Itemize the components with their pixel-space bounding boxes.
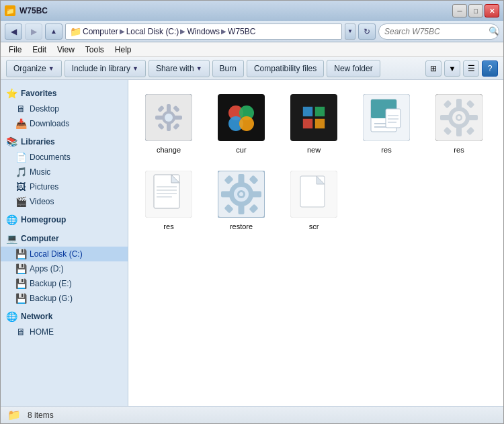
sidebar-libraries-header[interactable]: 📚 Libraries [1, 134, 128, 150]
home-icon: 🖥 [15, 327, 26, 337]
menu-tools[interactable]: Tools [80, 44, 110, 56]
sidebar-item-music[interactable]: 🎵 Music [1, 165, 128, 179]
file-label-res2: res [454, 146, 464, 154]
file-item-change[interactable]: change [135, 87, 202, 158]
burn-button[interactable]: Burn [212, 60, 244, 77]
file-label-restore: restore [230, 222, 253, 230]
sidebar-section-network: 🌐 Network 🖥 HOME [1, 308, 128, 339]
breadcrumb-localdisk[interactable]: Local Disk (C:) [126, 27, 179, 36]
sidebar-item-home[interactable]: 🖥 HOME [1, 325, 128, 339]
sidebar-favorites-header[interactable]: ⭐ Favorites [1, 85, 128, 101]
breadcrumb-sep3: ▶ [221, 28, 226, 35]
sidebar-item-downloads[interactable]: 📥 Downloads [1, 116, 128, 131]
breadcrumb-dropdown[interactable]: ▼ [345, 24, 355, 40]
menu-help[interactable]: Help [110, 44, 137, 56]
new-folder-button[interactable]: New folder [327, 60, 380, 77]
file-item-cur[interactable]: cur [208, 87, 275, 158]
sidebar-item-documents[interactable]: 📄 Documents [1, 150, 128, 165]
svg-rect-3 [167, 104, 171, 112]
title-bar-left: 📁 W75BC [5, 5, 48, 16]
file-item-res3[interactable]: res [135, 163, 202, 235]
network-label: Network [21, 312, 52, 321]
file-icon-new [290, 93, 338, 142]
close-button[interactable]: ✕ [485, 4, 499, 17]
main-area: ⭐ Favorites 🖥 Desktop 📥 Downloads 📚 Libr… [1, 80, 503, 406]
downloads-icon: 📥 [15, 118, 26, 129]
new-folder-label: New folder [334, 64, 372, 73]
svg-rect-6 [174, 116, 182, 120]
breadcrumb-windows[interactable]: Windows [187, 27, 220, 36]
file-label-new: new [307, 146, 321, 154]
search-input[interactable] [384, 27, 486, 36]
share-with-label: Share with [156, 64, 194, 73]
music-icon: 🎵 [15, 167, 26, 177]
sidebar-section-favorites: ⭐ Favorites 🖥 Desktop 📥 Downloads [1, 85, 128, 131]
file-item-restore[interactable]: restore [208, 163, 275, 235]
breadcrumb-w75bc[interactable]: W75BC [228, 27, 255, 36]
svg-rect-49 [239, 174, 245, 184]
svg-rect-51 [221, 192, 231, 198]
window-controls: ─ □ ✕ [452, 4, 499, 17]
compatibility-files-button[interactable]: Compatibility files [247, 60, 324, 77]
network-icon: 🌐 [6, 311, 17, 322]
svg-rect-29 [456, 99, 462, 108]
file-label-res1: res [381, 146, 391, 154]
view-icon-button[interactable]: ⊞ [425, 60, 442, 77]
sidebar-item-pictures[interactable]: 🖼 Pictures [1, 179, 128, 194]
menu-view[interactable]: View [52, 44, 80, 56]
forward-button[interactable]: ▶ [25, 24, 42, 40]
sidebar-item-videos[interactable]: 🎬 Videos [1, 194, 128, 209]
view-list-button[interactable]: ▼ [444, 60, 460, 77]
file-item-res1[interactable]: res [353, 87, 420, 158]
menu-file[interactable]: File [3, 44, 27, 56]
file-item-scr[interactable]: scr [280, 163, 347, 235]
res2-icon-svg [435, 94, 482, 141]
sidebar-computer-header[interactable]: 💻 Computer [1, 230, 128, 247]
res3-icon-svg [145, 171, 192, 218]
svg-rect-52 [251, 192, 261, 198]
menu-edit[interactable]: Edit [27, 44, 52, 56]
pictures-icon: 🖼 [15, 181, 26, 192]
sidebar-homegroup-header[interactable]: 🌐 Homegroup [1, 212, 128, 228]
search-icon[interactable]: 🔍 [489, 26, 499, 36]
folder-icon: 📁 [70, 26, 81, 37]
burn-label: Burn [220, 64, 237, 73]
backup-e-icon: 💾 [15, 278, 26, 289]
file-item-res2[interactable]: res [425, 87, 493, 158]
scr-icon-svg [290, 171, 337, 218]
sidebar-item-localdisk-c[interactable]: 💾 Local Disk (C:) [1, 247, 128, 261]
include-library-button[interactable]: Include in library ▼ [65, 60, 146, 77]
file-item-new[interactable]: new [280, 87, 347, 158]
libraries-icon: 📚 [6, 136, 17, 147]
share-with-button[interactable]: Share with ▼ [149, 60, 210, 77]
view-details-button[interactable]: ☰ [463, 60, 479, 77]
sidebar-item-desktop[interactable]: 🖥 Desktop [1, 101, 128, 116]
sidebar: ⭐ Favorites 🖥 Desktop 📥 Downloads 📚 Libr… [1, 80, 128, 406]
file-label-res3: res [163, 222, 173, 230]
sidebar-network-header[interactable]: 🌐 Network [1, 308, 128, 325]
maximize-button[interactable]: □ [468, 4, 483, 17]
compatibility-files-label: Compatibility files [254, 64, 317, 73]
apps-d-label: Apps (D:) [30, 264, 64, 273]
refresh-button[interactable]: ↻ [358, 24, 376, 40]
search-box[interactable]: 🔍 [378, 24, 499, 40]
localdisk-c-label: Local Disk (C:) [30, 249, 83, 259]
up-button[interactable]: ▲ [45, 24, 62, 40]
sidebar-item-backup-g[interactable]: 💾 Backup (G:) [1, 291, 128, 306]
organize-chevron: ▼ [48, 65, 54, 72]
minimize-button[interactable]: ─ [452, 4, 467, 17]
organize-label: Organize [13, 64, 46, 73]
help-button[interactable]: ? [482, 60, 498, 77]
change-icon-svg [145, 94, 192, 141]
restore-icon-svg [218, 171, 265, 218]
sidebar-item-backup-e[interactable]: 💾 Backup (E:) [1, 276, 128, 291]
favorites-label: Favorites [21, 89, 56, 98]
back-button[interactable]: ◀ [5, 24, 22, 40]
sidebar-item-apps-d[interactable]: 💾 Apps (D:) [1, 261, 128, 276]
organize-button[interactable]: Organize ▼ [6, 60, 62, 77]
breadcrumb-computer[interactable]: Computer [83, 27, 118, 36]
libraries-label: Libraries [21, 137, 55, 146]
apps-d-icon: 💾 [15, 263, 26, 274]
documents-label: Documents [30, 153, 71, 162]
backup-e-label: Backup (E:) [30, 279, 72, 288]
